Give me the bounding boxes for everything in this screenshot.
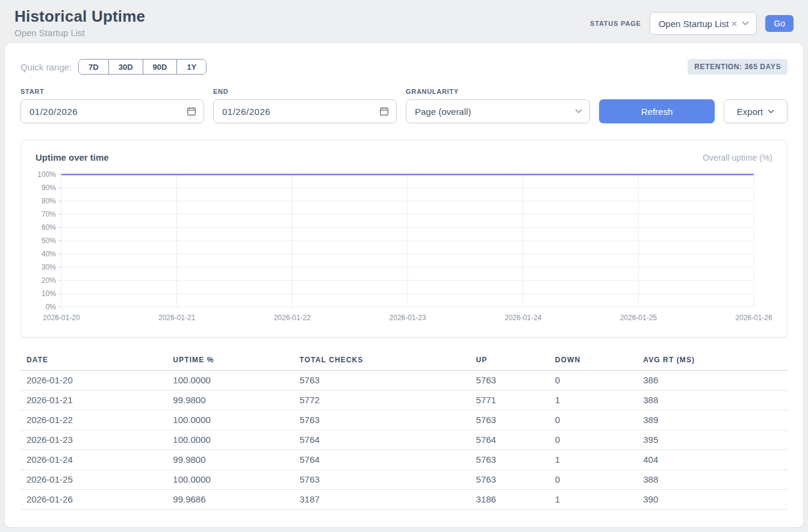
- cell-down: 1: [549, 391, 638, 410]
- end-date-input[interactable]: 01/26/2026: [213, 99, 397, 123]
- refresh-button[interactable]: Refresh: [599, 99, 715, 123]
- cell-uptime: 100.0000: [167, 371, 293, 391]
- cell-total-checks: 5763: [294, 371, 470, 391]
- cell-up: 5771: [470, 391, 549, 410]
- top-header: Historical Uptime Open Startup List STAT…: [0, 0, 808, 43]
- cell-date: 2026-01-20: [20, 371, 167, 391]
- col-header-uptime: UPTIME %: [167, 353, 293, 371]
- cell-uptime: 99.9800: [167, 450, 293, 470]
- svg-text:70%: 70%: [42, 210, 56, 218]
- svg-text:2026-01-20: 2026-01-20: [43, 314, 80, 322]
- svg-text:100%: 100%: [37, 170, 56, 179]
- table-header-row: DATE UPTIME % TOTAL CHECKS UP DOWN AVG R…: [20, 353, 788, 371]
- quick-range-30d-button[interactable]: 30D: [109, 60, 143, 74]
- svg-text:2026-01-22: 2026-01-22: [274, 314, 311, 322]
- status-page-select[interactable]: Open Startup List ×: [650, 12, 757, 35]
- cell-up: 5763: [470, 450, 549, 470]
- granularity-select[interactable]: Page (overall): [406, 99, 590, 123]
- table-row: 2026-01-25 100.0000 5763 5763 0 388: [20, 470, 788, 490]
- export-button[interactable]: Export: [724, 99, 788, 123]
- status-page-selected-value: Open Startup List: [659, 19, 729, 29]
- end-date-label: END: [213, 88, 397, 95]
- table-row: 2026-01-23 100.0000 5764 5764 0 395: [20, 430, 788, 450]
- cell-down: 0: [549, 371, 638, 391]
- start-date-input[interactable]: 01/20/2026: [20, 99, 204, 123]
- cell-avg-rt: 395: [637, 430, 788, 450]
- col-header-total-checks: TOTAL CHECKS: [294, 353, 470, 371]
- clear-icon[interactable]: ×: [731, 19, 737, 29]
- main-panel: Quick range: 7D 30D 90D 1Y RETENTION: 36…: [5, 43, 803, 527]
- cell-total-checks: 3187: [294, 490, 470, 510]
- chevron-down-icon: [742, 21, 749, 26]
- cell-avg-rt: 389: [637, 410, 788, 430]
- cell-up: 5763: [470, 470, 549, 490]
- go-button[interactable]: Go: [765, 15, 794, 32]
- svg-text:30%: 30%: [42, 263, 56, 271]
- chart-title: Uptime over time: [36, 152, 109, 162]
- svg-text:60%: 60%: [42, 223, 56, 232]
- cell-up: 5763: [470, 371, 549, 391]
- cell-date: 2026-01-21: [20, 391, 167, 410]
- end-date-field: END 01/26/2026: [213, 88, 397, 123]
- svg-text:90%: 90%: [42, 184, 56, 192]
- chevron-down-icon: [575, 109, 582, 114]
- table-row: 2026-01-21 99.9800 5772 5771 1 388: [20, 391, 788, 410]
- retention-badge: RETENTION: 365 DAYS: [688, 59, 788, 75]
- calendar-icon[interactable]: [379, 107, 389, 116]
- quick-range-90d-button[interactable]: 90D: [143, 60, 178, 74]
- cell-down: 0: [549, 410, 638, 430]
- cell-total-checks: 5763: [294, 410, 470, 430]
- table-row: 2026-01-26 99.9686 3187 3186 1 390: [20, 490, 788, 510]
- cell-down: 1: [549, 490, 638, 510]
- granularity-label: GRANULARITY: [406, 88, 590, 95]
- cell-total-checks: 5763: [294, 470, 470, 490]
- quick-range-7d-button[interactable]: 7D: [79, 60, 109, 74]
- cell-uptime: 100.0000: [167, 430, 293, 450]
- cell-date: 2026-01-22: [20, 410, 167, 430]
- granularity-field: GRANULARITY Page (overall): [406, 88, 590, 123]
- svg-text:10%: 10%: [42, 289, 56, 298]
- start-date-field: START 01/20/2026: [20, 88, 204, 123]
- chart-header: Uptime over time Overall uptime (%): [36, 152, 772, 162]
- cell-down: 1: [549, 450, 638, 470]
- table-row: 2026-01-20 100.0000 5763 5763 0 386: [20, 371, 788, 391]
- svg-text:2026-01-25: 2026-01-25: [620, 314, 657, 322]
- table-row: 2026-01-22 100.0000 5763 5763 0 389: [20, 410, 788, 430]
- svg-text:2026-01-23: 2026-01-23: [389, 314, 426, 322]
- cell-avg-rt: 388: [637, 391, 788, 410]
- start-date-label: START: [20, 88, 204, 95]
- chart-legend: Overall uptime (%): [703, 153, 772, 162]
- svg-text:50%: 50%: [42, 237, 56, 245]
- cell-up: 5763: [470, 410, 549, 430]
- cell-down: 0: [549, 430, 638, 450]
- cell-uptime: 99.9800: [167, 391, 293, 410]
- granularity-selected-value: Page (overall): [415, 107, 471, 117]
- status-page-label: STATUS PAGE: [590, 20, 641, 27]
- header-controls: STATUS PAGE Open Startup List × Go: [590, 12, 794, 35]
- svg-text:40%: 40%: [42, 250, 56, 258]
- quick-range-group: Quick range: 7D 30D 90D 1Y: [20, 59, 207, 75]
- svg-text:2026-01-21: 2026-01-21: [158, 314, 196, 322]
- cell-date: 2026-01-25: [20, 470, 167, 490]
- start-date-value: 01/20/2026: [30, 107, 78, 117]
- uptime-table: DATE UPTIME % TOTAL CHECKS UP DOWN AVG R…: [20, 353, 788, 510]
- cell-uptime: 99.9686: [167, 490, 293, 510]
- svg-text:2026-01-26: 2026-01-26: [735, 314, 772, 322]
- cell-avg-rt: 388: [637, 470, 788, 490]
- cell-uptime: 100.0000: [167, 470, 293, 490]
- svg-text:20%: 20%: [42, 276, 56, 285]
- svg-text:2026-01-24: 2026-01-24: [505, 314, 542, 322]
- quick-range-label: Quick range:: [20, 62, 72, 72]
- cell-avg-rt: 404: [637, 450, 788, 470]
- calendar-icon[interactable]: [187, 107, 196, 116]
- cell-total-checks: 5772: [294, 391, 470, 410]
- cell-total-checks: 5764: [294, 450, 470, 470]
- quick-range-row: Quick range: 7D 30D 90D 1Y RETENTION: 36…: [20, 59, 788, 75]
- quick-range-1y-button[interactable]: 1Y: [177, 60, 206, 74]
- cell-date: 2026-01-24: [20, 450, 167, 470]
- uptime-line-chart: 0%10%20%30%40%50%60%70%80%90%100%2026-01…: [36, 170, 772, 326]
- table-row: 2026-01-24 99.9800 5764 5763 1 404: [20, 450, 788, 470]
- cell-avg-rt: 390: [637, 490, 788, 510]
- chart-grid: [58, 175, 754, 307]
- filters-row: START 01/20/2026 END 01/26/2026 GRANULAR…: [20, 88, 788, 123]
